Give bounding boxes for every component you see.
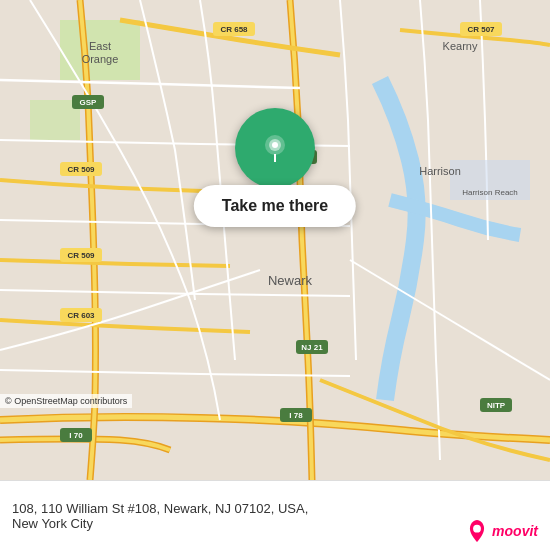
svg-point-35 bbox=[473, 525, 481, 533]
svg-text:Harrison: Harrison bbox=[419, 165, 461, 177]
svg-text:NJ 21: NJ 21 bbox=[301, 343, 323, 352]
svg-text:Kearny: Kearny bbox=[443, 40, 478, 52]
svg-text:I 70: I 70 bbox=[69, 431, 83, 440]
svg-text:CR 509: CR 509 bbox=[67, 251, 95, 260]
svg-point-34 bbox=[272, 142, 278, 148]
moovit-brand: moovit bbox=[492, 523, 538, 539]
svg-text:CR 603: CR 603 bbox=[67, 311, 95, 320]
bottom-bar: 108, 110 William St #108, Newark, NJ 071… bbox=[0, 480, 550, 550]
svg-text:CR 507: CR 507 bbox=[467, 25, 495, 34]
osm-attribution: © OpenStreetMap contributors bbox=[0, 394, 132, 408]
svg-text:Newark: Newark bbox=[268, 273, 313, 288]
city-line: New York City bbox=[12, 516, 308, 531]
take-me-there-button[interactable]: Take me there bbox=[194, 185, 356, 227]
map-pin bbox=[235, 108, 315, 188]
button-container: Take me there bbox=[194, 185, 356, 227]
svg-text:NITP: NITP bbox=[487, 401, 506, 410]
svg-text:East: East bbox=[89, 40, 111, 52]
address-line: 108, 110 William St #108, Newark, NJ 071… bbox=[12, 501, 308, 516]
svg-text:Orange: Orange bbox=[82, 53, 119, 65]
svg-text:CR 658: CR 658 bbox=[220, 25, 248, 34]
svg-text:GSP: GSP bbox=[80, 98, 98, 107]
moovit-logo: moovit bbox=[466, 520, 538, 542]
svg-text:Harrison Reach: Harrison Reach bbox=[462, 188, 518, 197]
map-container: CR 658 GSP CR 509 CR 509 CR 603 NJ 21 NJ… bbox=[0, 0, 550, 480]
svg-text:CR 509: CR 509 bbox=[67, 165, 95, 174]
svg-text:I 78: I 78 bbox=[289, 411, 303, 420]
